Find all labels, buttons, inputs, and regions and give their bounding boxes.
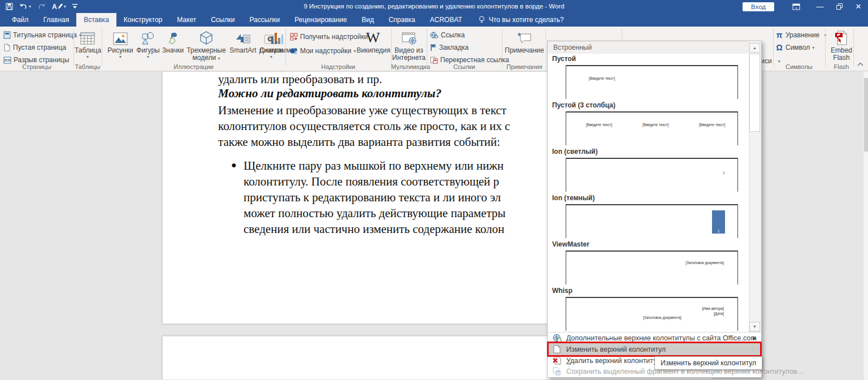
pi-icon: π	[775, 31, 783, 40]
gallery-scrollbar[interactable]: ▲ ▼	[749, 42, 761, 332]
restore-button[interactable]	[830, 0, 849, 13]
gallery-scroll-up-icon[interactable]: ▲	[749, 43, 760, 53]
wikipedia-button[interactable]: W Википедия	[357, 28, 389, 54]
ribbon-display-options-button[interactable]	[787, 0, 806, 13]
doc-text-line: Изменение и преобразование уже существую…	[218, 103, 506, 118]
gallery-scroll-down-icon[interactable]: ▼	[749, 322, 760, 331]
blank-page-button[interactable]: Пустая страница	[3, 42, 66, 53]
gallery-thumbnail: 1	[566, 158, 738, 192]
doc-text-line: колонтитулов осуществляется столь же про…	[218, 119, 510, 133]
screenshot-camera-icon	[264, 33, 279, 45]
gallery-item-whisp[interactable]: Whisp [Имя автора] [Дата] [Заголовок док…	[548, 286, 749, 332]
office-com-headers-icon	[552, 334, 561, 342]
gallery-item-blank-3col[interactable]: Пустой (3 столбца) [Введите текст] [Введ…	[548, 100, 749, 146]
tab-mailings[interactable]: Рассылки	[242, 13, 287, 27]
doc-bullet-line: приступать к редактированию текста и ли …	[244, 191, 501, 205]
document-scrollbar-thumb[interactable]	[864, 78, 868, 152]
group-label-media: Мультимедиа	[391, 63, 427, 70]
gallery-thumbnail: [Введите текст]	[566, 65, 738, 99]
title-bar: ▾ A ▾ 9 Инструкция по созданию, редактир…	[0, 0, 868, 13]
menu-item-edit-header[interactable]: Изменить верхний колонтитул	[548, 343, 761, 355]
tab-file[interactable]: Файл	[5, 13, 36, 27]
3d-models-button[interactable]: Трехмерные модели ▾	[184, 28, 228, 62]
link-button[interactable]: Ссылка	[430, 29, 465, 41]
table-icon	[80, 32, 95, 45]
cross-reference-icon	[430, 57, 438, 64]
symbol-button[interactable]: Ω Символ▾	[775, 42, 814, 53]
ribbon-tabs: Файл Главная Вставка Конструктор Макет С…	[0, 13, 868, 27]
group-label-links: Ссылки	[427, 63, 502, 70]
tab-review[interactable]: Рецензирование	[287, 13, 354, 27]
edit-header-icon	[552, 345, 561, 353]
window-title: 9 Инструкция по созданию, редактированию…	[0, 0, 868, 13]
online-video-button[interactable]: Видео из Интернета	[392, 28, 426, 62]
gallery-item-blank[interactable]: Пустой [Введите текст]	[548, 54, 749, 100]
smartart-icon	[235, 32, 251, 45]
comment-icon	[517, 32, 532, 45]
tab-view[interactable]: Вид	[354, 13, 381, 27]
group-comments: Примечание Примечания	[502, 27, 547, 71]
icons-icon	[166, 32, 180, 45]
collapse-ribbon-icon[interactable]	[857, 58, 863, 68]
bookmark-flag-icon	[430, 44, 437, 51]
hyperlink-icon	[430, 32, 439, 39]
bookmark-button[interactable]: Закладка	[430, 42, 468, 53]
tab-references[interactable]: Ссылки	[203, 13, 242, 27]
screenshot-button[interactable]: Снимок▾	[258, 28, 285, 59]
group-label-tables: Таблицы	[73, 63, 102, 70]
gallery-scrollbar-thumb[interactable]	[749, 54, 760, 132]
lightbulb-icon	[479, 16, 485, 24]
group-label-pages: Страницы	[0, 63, 73, 70]
doc-bullet-line: колонтитулу. После появления соответству…	[244, 175, 499, 189]
bullet-marker: ●	[231, 160, 237, 170]
tab-insert[interactable]: Вставка	[76, 13, 116, 27]
submenu-arrow-icon: ▶	[753, 335, 757, 341]
shapes-button[interactable]: Фигуры▾	[136, 28, 160, 59]
my-addins-button[interactable]: Мои надстройки▾	[290, 45, 356, 57]
gallery-item-ion-light[interactable]: Ion (светлый) 1	[548, 146, 749, 193]
menu-item-more-headers-office-com[interactable]: Дополнительные верхние колонтитулы с сай…	[548, 332, 761, 343]
shapes-icon	[141, 32, 155, 45]
remove-header-icon	[552, 356, 561, 365]
tell-me-search[interactable]: Что вы хотите сделать?	[470, 13, 564, 27]
cover-page-icon	[3, 31, 11, 39]
group-media: Видео из Интернета Мультимедиа	[391, 27, 427, 71]
store-icon	[290, 33, 298, 41]
ion-dark-page-number-block: 1	[712, 210, 725, 234]
group-label-symbols: Символы	[773, 63, 825, 70]
tab-home[interactable]: Главная	[36, 13, 77, 27]
blank-page-icon	[3, 44, 11, 51]
embed-flash-button[interactable]: Embed Flash	[827, 28, 856, 62]
gallery-item-ion-dark[interactable]: Ion (темный) 1	[548, 193, 749, 239]
pictures-button[interactable]: Рисунки▾	[106, 28, 134, 59]
puzzle-icon	[290, 48, 298, 55]
tab-design[interactable]: Конструктор	[116, 13, 170, 27]
doc-bullet-line: сведения или частично изменить содержани…	[244, 222, 504, 236]
document-scrollbar[interactable]	[863, 71, 868, 380]
table-button[interactable]: Таблица ▾	[75, 28, 101, 59]
group-pages: Титульная страница▾ Пустая страница Разр…	[0, 27, 73, 71]
smartart-button[interactable]: SmartArt	[227, 28, 259, 54]
cover-page-button[interactable]: Титульная страница▾	[3, 29, 81, 41]
doc-heading: Можно ли редактировать колонтитулы?	[218, 87, 441, 101]
wikipedia-icon: W	[366, 31, 380, 45]
minimize-button[interactable]: —	[810, 0, 830, 13]
gallery-item-viewmaster[interactable]: ViewMaster [Заголовок документа]	[548, 239, 749, 286]
gallery-thumbnail: 1	[566, 204, 738, 238]
close-button[interactable]: ✕	[849, 0, 868, 13]
group-tables: Таблица ▾ Таблицы	[73, 27, 102, 71]
header-gallery-dropdown: Встроенный Пустой [Введите текст] Пустой…	[547, 41, 762, 378]
group-label-comments: Примечания	[502, 63, 547, 70]
tab-layout[interactable]: Макет	[170, 13, 203, 27]
tab-help[interactable]: Справка	[381, 13, 423, 27]
doc-bullet-line: может полностью удалить действующие пара…	[244, 206, 506, 221]
sign-in-button[interactable]: Вход	[743, 2, 774, 11]
tab-acrobat[interactable]: ACROBAT	[423, 13, 470, 27]
icons-button[interactable]: Значки	[160, 28, 185, 54]
equation-button[interactable]: π Уравнение▾	[775, 29, 826, 41]
group-symbols: π Уравнение▾ Ω Символ▾ Символы	[773, 27, 825, 71]
header-gallery: Пустой [Введите текст] Пустой (3 столбца…	[548, 54, 749, 332]
comment-button[interactable]: Примечание	[504, 28, 545, 54]
omega-icon: Ω	[775, 43, 783, 52]
doc-text-line: удалить или преобразовать и пр.	[218, 72, 382, 87]
